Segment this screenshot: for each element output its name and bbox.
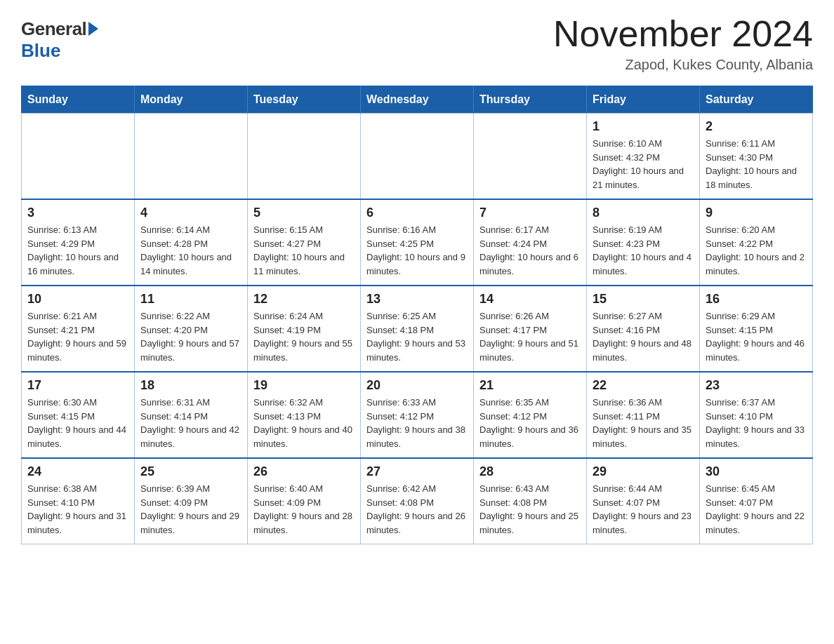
day-number: 14	[479, 292, 581, 307]
day-info: Sunrise: 6:21 AMSunset: 4:21 PMDaylight:…	[27, 309, 128, 364]
calendar-cell: 11Sunrise: 6:22 AMSunset: 4:20 PMDayligh…	[135, 286, 248, 372]
calendar-header-sunday: Sunday	[22, 86, 135, 114]
calendar-header-tuesday: Tuesday	[248, 86, 361, 114]
day-info: Sunrise: 6:16 AMSunset: 4:25 PMDaylight:…	[366, 223, 468, 278]
day-number: 28	[479, 464, 581, 479]
day-number: 13	[366, 292, 468, 307]
day-info: Sunrise: 6:26 AMSunset: 4:17 PMDaylight:…	[479, 309, 581, 364]
calendar-week-row: 17Sunrise: 6:30 AMSunset: 4:15 PMDayligh…	[22, 372, 813, 458]
day-number: 7	[479, 206, 581, 220]
day-info: Sunrise: 6:20 AMSunset: 4:22 PMDaylight:…	[706, 223, 807, 278]
calendar-cell: 17Sunrise: 6:30 AMSunset: 4:15 PMDayligh…	[22, 372, 135, 458]
calendar-cell: 16Sunrise: 6:29 AMSunset: 4:15 PMDayligh…	[700, 286, 813, 372]
day-info: Sunrise: 6:19 AMSunset: 4:23 PMDaylight:…	[593, 223, 694, 278]
day-info: Sunrise: 6:33 AMSunset: 4:12 PMDaylight:…	[366, 396, 468, 450]
calendar-cell: 12Sunrise: 6:24 AMSunset: 4:19 PMDayligh…	[248, 286, 361, 372]
calendar-cell	[135, 114, 248, 200]
calendar-header-thursday: Thursday	[474, 86, 587, 114]
calendar-week-row: 3Sunrise: 6:13 AMSunset: 4:29 PMDaylight…	[22, 199, 813, 286]
day-info: Sunrise: 6:40 AMSunset: 4:09 PMDaylight:…	[253, 482, 355, 537]
calendar-week-row: 1Sunrise: 6:10 AMSunset: 4:32 PMDaylight…	[22, 114, 813, 200]
day-number: 26	[253, 464, 355, 479]
calendar-cell: 9Sunrise: 6:20 AMSunset: 4:22 PMDaylight…	[700, 199, 813, 286]
day-number: 25	[140, 464, 241, 479]
day-info: Sunrise: 6:37 AMSunset: 4:10 PMDaylight:…	[706, 396, 807, 450]
calendar-cell: 10Sunrise: 6:21 AMSunset: 4:21 PMDayligh…	[22, 286, 135, 372]
calendar-cell	[22, 114, 135, 200]
calendar-cell: 25Sunrise: 6:39 AMSunset: 4:09 PMDayligh…	[135, 458, 248, 544]
day-info: Sunrise: 6:35 AMSunset: 4:12 PMDaylight:…	[479, 396, 581, 450]
day-info: Sunrise: 6:45 AMSunset: 4:07 PMDaylight:…	[706, 482, 807, 537]
calendar-cell: 1Sunrise: 6:10 AMSunset: 4:32 PMDaylight…	[587, 114, 700, 200]
location-subtitle: Zapod, Kukes County, Albania	[553, 57, 813, 73]
calendar-cell: 23Sunrise: 6:37 AMSunset: 4:10 PMDayligh…	[700, 372, 813, 458]
day-number: 21	[479, 378, 581, 393]
day-number: 29	[593, 464, 694, 479]
day-number: 8	[593, 206, 694, 220]
calendar-cell: 18Sunrise: 6:31 AMSunset: 4:14 PMDayligh…	[135, 372, 248, 458]
day-number: 17	[27, 378, 128, 393]
day-info: Sunrise: 6:30 AMSunset: 4:15 PMDaylight:…	[27, 396, 128, 450]
day-number: 22	[593, 378, 694, 393]
calendar-cell: 26Sunrise: 6:40 AMSunset: 4:09 PMDayligh…	[248, 458, 361, 544]
calendar-cell: 14Sunrise: 6:26 AMSunset: 4:17 PMDayligh…	[474, 286, 587, 372]
calendar-cell: 5Sunrise: 6:15 AMSunset: 4:27 PMDaylight…	[248, 199, 361, 286]
day-number: 24	[27, 464, 128, 479]
day-info: Sunrise: 6:31 AMSunset: 4:14 PMDaylight:…	[140, 396, 241, 450]
day-number: 4	[140, 206, 241, 220]
day-info: Sunrise: 6:32 AMSunset: 4:13 PMDaylight:…	[253, 396, 355, 450]
day-info: Sunrise: 6:42 AMSunset: 4:08 PMDaylight:…	[366, 482, 468, 537]
calendar-header-monday: Monday	[135, 86, 248, 114]
day-number: 23	[706, 378, 807, 393]
day-info: Sunrise: 6:36 AMSunset: 4:11 PMDaylight:…	[593, 396, 694, 450]
calendar-header-row: SundayMondayTuesdayWednesdayThursdayFrid…	[22, 86, 813, 114]
calendar-cell: 19Sunrise: 6:32 AMSunset: 4:13 PMDayligh…	[248, 372, 361, 458]
day-info: Sunrise: 6:15 AMSunset: 4:27 PMDaylight:…	[253, 223, 355, 278]
logo: General Blue	[21, 18, 98, 62]
calendar-cell: 3Sunrise: 6:13 AMSunset: 4:29 PMDaylight…	[22, 199, 135, 286]
calendar-body: 1Sunrise: 6:10 AMSunset: 4:32 PMDaylight…	[22, 114, 813, 544]
day-info: Sunrise: 6:25 AMSunset: 4:18 PMDaylight:…	[366, 309, 468, 364]
calendar-cell: 4Sunrise: 6:14 AMSunset: 4:28 PMDaylight…	[135, 199, 248, 286]
calendar-cell: 24Sunrise: 6:38 AMSunset: 4:10 PMDayligh…	[22, 458, 135, 544]
month-title: November 2024	[553, 14, 813, 54]
day-number: 10	[27, 292, 128, 307]
day-number: 2	[706, 119, 807, 134]
day-info: Sunrise: 6:13 AMSunset: 4:29 PMDaylight:…	[27, 223, 128, 278]
day-info: Sunrise: 6:39 AMSunset: 4:09 PMDaylight:…	[140, 482, 241, 537]
day-number: 5	[253, 206, 355, 220]
logo-arrow-icon	[88, 22, 98, 36]
day-number: 19	[253, 378, 355, 393]
calendar-header-saturday: Saturday	[700, 86, 813, 114]
day-number: 15	[593, 292, 694, 307]
day-number: 27	[366, 464, 468, 479]
calendar-header-wednesday: Wednesday	[361, 86, 474, 114]
calendar-cell: 13Sunrise: 6:25 AMSunset: 4:18 PMDayligh…	[361, 286, 474, 372]
calendar-cell: 2Sunrise: 6:11 AMSunset: 4:30 PMDaylight…	[700, 114, 813, 200]
calendar-header: SundayMondayTuesdayWednesdayThursdayFrid…	[22, 86, 813, 114]
day-number: 18	[140, 378, 241, 393]
calendar-cell: 7Sunrise: 6:17 AMSunset: 4:24 PMDaylight…	[474, 199, 587, 286]
day-info: Sunrise: 6:22 AMSunset: 4:20 PMDaylight:…	[140, 309, 241, 364]
day-number: 20	[366, 378, 468, 393]
day-info: Sunrise: 6:24 AMSunset: 4:19 PMDaylight:…	[253, 309, 355, 364]
calendar-cell: 22Sunrise: 6:36 AMSunset: 4:11 PMDayligh…	[587, 372, 700, 458]
title-block: November 2024 Zapod, Kukes County, Alban…	[553, 14, 813, 73]
calendar-cell	[361, 114, 474, 200]
day-number: 16	[706, 292, 807, 307]
calendar-header-friday: Friday	[587, 86, 700, 114]
day-number: 30	[706, 464, 807, 479]
calendar-week-row: 10Sunrise: 6:21 AMSunset: 4:21 PMDayligh…	[22, 286, 813, 372]
day-info: Sunrise: 6:10 AMSunset: 4:32 PMDaylight:…	[593, 137, 694, 192]
calendar-cell: 29Sunrise: 6:44 AMSunset: 4:07 PMDayligh…	[587, 458, 700, 544]
calendar-week-row: 24Sunrise: 6:38 AMSunset: 4:10 PMDayligh…	[22, 458, 813, 544]
calendar-cell	[474, 114, 587, 200]
day-number: 12	[253, 292, 355, 307]
day-info: Sunrise: 6:27 AMSunset: 4:16 PMDaylight:…	[593, 309, 694, 364]
calendar-cell: 21Sunrise: 6:35 AMSunset: 4:12 PMDayligh…	[474, 372, 587, 458]
day-number: 3	[27, 206, 128, 220]
calendar-cell: 15Sunrise: 6:27 AMSunset: 4:16 PMDayligh…	[587, 286, 700, 372]
calendar-cell: 28Sunrise: 6:43 AMSunset: 4:08 PMDayligh…	[474, 458, 587, 544]
calendar-cell: 6Sunrise: 6:16 AMSunset: 4:25 PMDaylight…	[361, 199, 474, 286]
calendar-cell: 8Sunrise: 6:19 AMSunset: 4:23 PMDaylight…	[587, 199, 700, 286]
